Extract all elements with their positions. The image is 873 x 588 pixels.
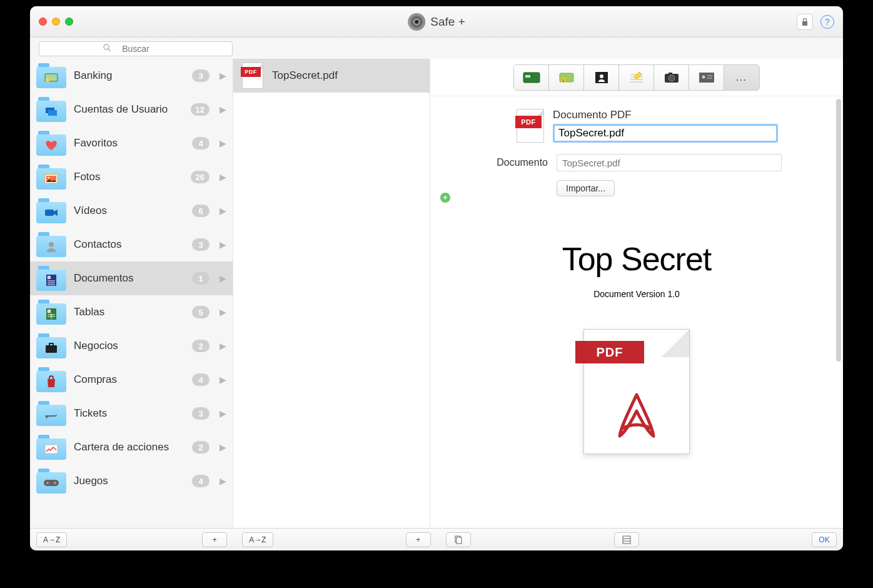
type-more-button[interactable]: …: [724, 65, 759, 90]
sidebar-item-plane[interactable]: Tickets3▶: [30, 397, 233, 430]
pdf-file-icon: PDF: [517, 109, 544, 143]
type-contact-button[interactable]: [584, 65, 619, 90]
sidebar-item-count: 3: [192, 238, 209, 251]
chevron-right-icon: ▶: [220, 71, 226, 81]
detail-toolbar: $ …: [430, 59, 843, 96]
svg-point-28: [46, 482, 49, 484]
svg-rect-27: [44, 480, 59, 486]
sidebar-item-label: Contactos: [74, 238, 184, 251]
copy-icon: [454, 535, 463, 544]
svg-rect-50: [623, 536, 630, 544]
chevron-right-icon: ▶: [220, 206, 226, 216]
folder-icon: [36, 131, 66, 156]
type-segmented-control: $ …: [513, 64, 760, 91]
type-photo-button[interactable]: [654, 65, 689, 90]
preview-title: Top Secret: [448, 240, 825, 278]
sidebar-item-stocks[interactable]: Cartera de acciones2▶: [30, 430, 233, 464]
sidebar-item-sheet[interactable]: XTablas5▶: [30, 295, 233, 329]
document-field-label: Documento: [448, 157, 548, 168]
search-input[interactable]: [39, 41, 233, 56]
sidebar-item-bank[interactable]: Banking3▶: [30, 59, 233, 93]
folder-icon: [36, 97, 66, 122]
type-id-button[interactable]: [689, 65, 724, 90]
sidebar-item-count: 6: [192, 205, 209, 217]
chevron-right-icon: ▶: [220, 375, 226, 385]
filelist-sort-button[interactable]: A→Z: [242, 532, 273, 547]
document-path-input[interactable]: [557, 154, 782, 171]
svg-rect-31: [525, 75, 530, 78]
help-button[interactable]: ?: [820, 15, 834, 29]
sidebar-item-count: 2: [192, 340, 209, 352]
file-list: PDFTopSecret.pdf: [233, 59, 430, 528]
app-title: Safe +: [430, 15, 465, 29]
preview-pdf-icon: PDF: [583, 329, 690, 454]
pdf-ribbon: PDF: [575, 341, 644, 363]
sidebar-item-briefcase[interactable]: Negocios2▶: [30, 329, 233, 363]
sidebar-item-heart[interactable]: Favoritos4▶: [30, 126, 233, 160]
ellipsis-icon: …: [735, 71, 748, 84]
sidebar-item-user-accounts[interactable]: Cuentas de Usuario12▶: [30, 93, 233, 126]
import-button[interactable]: Importar...: [557, 180, 615, 196]
zoom-window-button[interactable]: [65, 18, 73, 26]
sidebar-item-video[interactable]: Vídeos6▶: [30, 194, 233, 228]
svg-rect-49: [457, 537, 462, 544]
svg-point-29: [54, 482, 56, 484]
sidebar-item-count: 12: [191, 103, 209, 116]
ok-button[interactable]: OK: [812, 532, 837, 547]
sidebar-item-contact[interactable]: Contactos3▶: [30, 228, 233, 261]
chevron-right-icon: ▶: [220, 172, 226, 182]
sidebar-item-label: Banking: [74, 69, 184, 82]
chevron-right-icon: ▶: [220, 442, 226, 452]
type-money-button[interactable]: $: [549, 65, 584, 90]
sidebar-item-count: 4: [192, 137, 209, 150]
pdf-badge: PDF: [515, 116, 542, 128]
item-name-input[interactable]: [553, 124, 778, 143]
folder-icon: [36, 367, 66, 392]
svg-rect-6: [48, 110, 57, 116]
app-window: Safe + ? Banking3▶Cuentas de Usuario12▶F…: [30, 6, 843, 550]
svg-rect-43: [669, 73, 672, 74]
preview-subtitle: Document Version 1.0: [448, 289, 825, 299]
svg-point-42: [669, 75, 675, 81]
sidebar-item-gamepad[interactable]: Juegos4▶: [30, 464, 233, 498]
close-window-button[interactable]: [39, 18, 47, 26]
sidebar-item-label: Compras: [74, 373, 184, 386]
filelist-add-button[interactable]: +: [406, 532, 431, 547]
list-icon: [622, 535, 631, 544]
list-view-button[interactable]: [614, 532, 639, 547]
svg-text:X: X: [48, 310, 50, 313]
sidebar-item-count: 4: [192, 373, 209, 386]
lock-button[interactable]: [797, 14, 813, 30]
folder-icon: [36, 401, 66, 426]
chevron-right-icon: ▶: [220, 240, 226, 250]
folder-icon: [36, 232, 66, 257]
svg-point-11: [49, 242, 54, 247]
sidebar-item-count: 3: [192, 69, 209, 82]
folder-icon: W: [36, 266, 66, 291]
sidebar-item-label: Cartera de acciones: [74, 441, 184, 454]
copy-button[interactable]: [446, 532, 471, 547]
sidebar-item-label: Documentos: [74, 272, 184, 285]
add-field-button[interactable]: +: [440, 193, 450, 203]
sidebar-item-label: Tickets: [74, 407, 184, 420]
sidebar-item-label: Vídeos: [74, 205, 184, 217]
sidebar-add-button[interactable]: +: [202, 532, 227, 547]
type-card-button[interactable]: [514, 65, 549, 90]
sidebar-item-count: 3: [192, 407, 209, 420]
chevron-right-icon: ▶: [220, 341, 226, 351]
chevron-right-icon: ▶: [220, 273, 226, 283]
window-controls: [39, 18, 73, 26]
sidebar-sort-button[interactable]: A→Z: [36, 532, 67, 547]
sidebar-item-photos[interactable]: Fotos26▶: [30, 160, 233, 194]
minimize-window-button[interactable]: [52, 18, 60, 26]
sidebar-item-shopping[interactable]: Compras4▶: [30, 363, 233, 397]
sidebar-item-count: 1: [192, 272, 209, 285]
detail-pane: $ … PDF Documento PDF: [430, 59, 843, 528]
svg-rect-25: [49, 343, 53, 346]
detail-type-label: Documento PDF: [553, 109, 778, 121]
sidebar-item-doc[interactable]: WDocumentos1▶: [30, 261, 233, 295]
type-note-button[interactable]: [619, 65, 654, 90]
pdf-file-icon: PDF: [242, 63, 263, 89]
file-row[interactable]: PDFTopSecret.pdf: [233, 59, 430, 93]
sidebar-item-label: Favoritos: [74, 137, 184, 150]
